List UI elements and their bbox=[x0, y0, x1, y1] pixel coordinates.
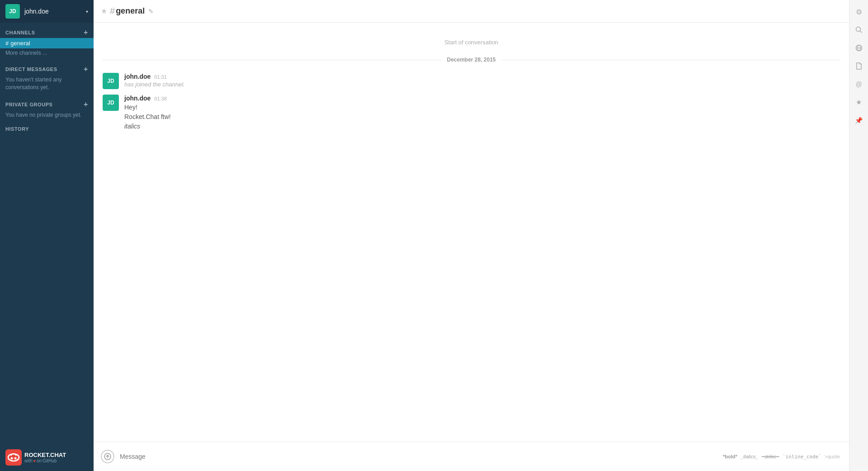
add-channel-button[interactable]: + bbox=[84, 29, 88, 36]
direct-messages-empty: You haven't started any conversations ye… bbox=[0, 75, 94, 93]
svg-point-2 bbox=[11, 457, 13, 460]
branding-subtext: with ♥ on GitHub bbox=[24, 458, 66, 463]
strike-hint: ~strike~ bbox=[762, 454, 779, 459]
avatar: JD bbox=[103, 73, 119, 89]
message-username: john.doe bbox=[124, 95, 151, 102]
rocket-chat-icon bbox=[5, 449, 22, 466]
hash-icon: # bbox=[5, 40, 9, 47]
sidebar-item-general[interactable]: # general bbox=[0, 38, 94, 48]
history-section-header[interactable]: HISTORY bbox=[0, 122, 94, 133]
pin-icon[interactable]: 📌 bbox=[851, 112, 867, 128]
message-text-rocket: Rocket.Chat ftw! bbox=[124, 112, 840, 122]
chevron-down-icon: ▾ bbox=[86, 9, 88, 14]
upload-icon bbox=[104, 453, 111, 460]
bold-hint: *bold* bbox=[723, 454, 737, 459]
user-name: john.doe bbox=[24, 8, 86, 15]
table-row: JD john.doe 01:38 Hey! Rocket.Chat ftw! … bbox=[94, 92, 849, 134]
star-icon[interactable]: ★ bbox=[851, 94, 867, 110]
sidebar: JD john.doe ▾ CHANNELS + # general More … bbox=[0, 0, 94, 471]
italic-hint: _italics_ bbox=[741, 454, 759, 459]
message-time: 01:31 bbox=[154, 74, 167, 80]
message-text-hey: Hey! bbox=[124, 103, 840, 112]
main-content: ★ # general ✎ Start of conversation Dece… bbox=[94, 0, 849, 471]
private-groups-section: PRIVATE GROUPS + You have no private gro… bbox=[0, 95, 94, 122]
topbar: ★ # general ✎ bbox=[94, 0, 849, 23]
message-text-italics: italics bbox=[124, 122, 840, 131]
channel-title: general bbox=[116, 6, 145, 16]
message-content: john.doe 01:31 has joined the channel. bbox=[124, 73, 840, 88]
date-divider: December 28, 2015 bbox=[94, 53, 849, 67]
file-icon[interactable] bbox=[851, 58, 867, 74]
favorite-icon[interactable]: ★ bbox=[101, 7, 107, 15]
attachment-button[interactable] bbox=[101, 450, 114, 463]
avatar: JD bbox=[103, 95, 119, 111]
input-toolbar-hints: *bold* _italics_ ~strike~ `inline_code` … bbox=[723, 454, 842, 460]
start-of-conversation: Start of conversation bbox=[94, 32, 849, 49]
sidebar-user-header[interactable]: JD john.doe ▾ bbox=[0, 0, 94, 23]
message-input[interactable] bbox=[120, 453, 717, 460]
channels-section-header: CHANNELS + bbox=[0, 27, 94, 38]
quote-hint: >quote bbox=[825, 454, 840, 459]
add-private-group-button[interactable]: + bbox=[84, 101, 88, 108]
add-direct-message-button[interactable]: + bbox=[84, 66, 88, 73]
message-content: john.doe 01:38 Hey! Rocket.Chat ftw! ita… bbox=[124, 95, 840, 131]
more-channels-link[interactable]: More channels ... bbox=[0, 48, 94, 57]
table-row: JD john.doe 01:31 has joined the channel… bbox=[94, 70, 849, 92]
private-groups-section-header: PRIVATE GROUPS + bbox=[0, 99, 94, 110]
svg-line-6 bbox=[860, 31, 862, 33]
message-system-text: has joined the channel. bbox=[124, 81, 840, 88]
date-label: December 28, 2015 bbox=[441, 57, 501, 63]
message-time: 01:38 bbox=[154, 96, 167, 101]
message-username: john.doe bbox=[124, 73, 151, 80]
direct-messages-section: DIRECT MESSAGES + You haven't started an… bbox=[0, 59, 94, 95]
branding-name: ROCKET.CHAT bbox=[24, 452, 66, 459]
message-input-area: *bold* _italics_ ~strike~ `inline_code` … bbox=[94, 442, 849, 471]
message-header: john.doe 01:38 bbox=[124, 95, 840, 102]
svg-point-3 bbox=[14, 457, 17, 460]
messages-area: Start of conversation December 28, 2015 … bbox=[94, 23, 849, 442]
right-sidebar: ⚙ @ ★ 📌 bbox=[849, 0, 868, 471]
settings-icon[interactable]: ⚙ bbox=[851, 4, 867, 20]
channel-hash-icon: # bbox=[110, 6, 115, 16]
message-header: john.doe 01:31 bbox=[124, 73, 840, 80]
user-avatar: JD bbox=[5, 4, 20, 19]
edit-channel-icon[interactable]: ✎ bbox=[148, 8, 154, 15]
rocket-chat-logo: ROCKET.CHAT with ♥ on GitHub bbox=[5, 449, 66, 466]
search-icon[interactable] bbox=[851, 22, 867, 38]
channels-section: CHANNELS + # general More channels ... bbox=[0, 23, 94, 59]
private-groups-empty: You have no private groups yet. bbox=[0, 110, 94, 120]
mention-icon[interactable]: @ bbox=[851, 76, 867, 92]
sidebar-branding: ROCKET.CHAT with ♥ on GitHub bbox=[0, 444, 94, 471]
globe-icon[interactable] bbox=[851, 40, 867, 56]
heart-icon: ♥ bbox=[33, 459, 36, 463]
code-hint: `inline_code` bbox=[783, 454, 821, 460]
direct-messages-section-header: DIRECT MESSAGES + bbox=[0, 64, 94, 75]
